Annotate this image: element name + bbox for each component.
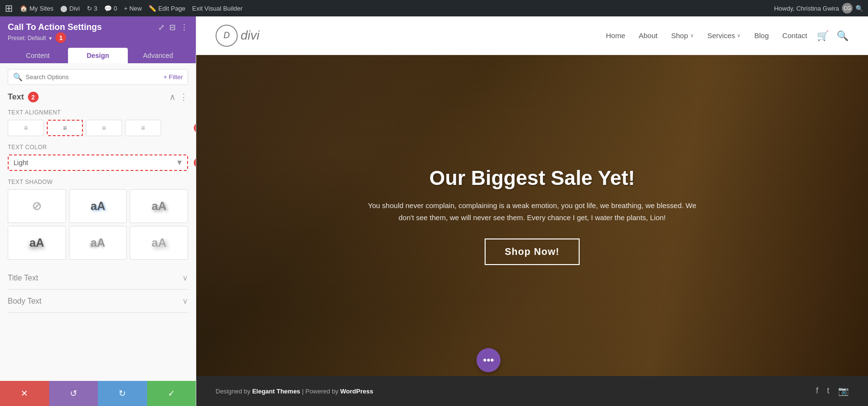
instagram-icon[interactable]: 📷 bbox=[838, 386, 849, 396]
section-menu-icon[interactable]: ⋮ bbox=[179, 92, 188, 102]
facebook-icon[interactable]: f bbox=[816, 386, 818, 396]
user-info: Howdy, Christina Gwira CG 🔍 bbox=[774, 3, 863, 14]
hero-body-text: You should never complain, complaining i… bbox=[364, 199, 701, 224]
text-section: Text 2 ∧ ⋮ Text Alignment ≡ ≡ ≡ ≡ bbox=[8, 92, 188, 260]
panel-header: Call To Action Settings ⤢ ⊟ ⋮ Preset: De… bbox=[0, 16, 196, 63]
badge-1: 1 bbox=[55, 32, 66, 43]
badge-4: 4 bbox=[194, 157, 196, 168]
divi-logo-icon: D bbox=[216, 25, 238, 47]
settings-panel: Call To Action Settings ⤢ ⊟ ⋮ Preset: De… bbox=[0, 16, 196, 406]
hero-title: Our Biggest Sale Yet! bbox=[364, 167, 701, 190]
my-sites-link[interactable]: 🏠 My Sites bbox=[20, 5, 54, 12]
search-bar: 🔍 + Filter bbox=[8, 69, 188, 85]
title-text-label: Title Text bbox=[8, 274, 38, 282]
nav-search-icon[interactable]: 🔍 bbox=[837, 30, 849, 42]
preset-label[interactable]: Preset: Default ▼ bbox=[8, 35, 53, 42]
comments-link[interactable]: 💬 0 bbox=[104, 5, 117, 12]
section-title-text: Text 2 bbox=[8, 92, 39, 102]
shadow-grid: ⊘ aA aA aA aA aA bbox=[8, 189, 188, 260]
new-link[interactable]: + New bbox=[124, 5, 142, 12]
twitter-icon[interactable]: t bbox=[827, 386, 829, 396]
alignment-options: ≡ ≡ ≡ ≡ bbox=[8, 120, 188, 136]
avatar: CG bbox=[842, 3, 853, 14]
panel-title-icons: ⤢ ⊟ ⋮ bbox=[158, 23, 188, 32]
edit-page-link[interactable]: ✏️ Edit Page bbox=[149, 5, 185, 12]
wp-icon[interactable]: ⊞ bbox=[5, 2, 13, 14]
exit-visual-builder-link[interactable]: Exit Visual Builder bbox=[192, 5, 243, 12]
expand-icon[interactable]: ⤢ bbox=[158, 23, 164, 32]
redo-button[interactable]: ↻ bbox=[98, 381, 147, 406]
shadow-style-2-button[interactable]: aA bbox=[130, 189, 188, 223]
right-content: D divi Home About Shop ∨ Services ∨ Blog… bbox=[196, 16, 868, 406]
shadow-style-5-button[interactable]: aA bbox=[130, 226, 188, 260]
title-text-chevron-icon: ∨ bbox=[182, 273, 188, 282]
nav-home[interactable]: Home bbox=[606, 31, 625, 40]
search-options-input[interactable] bbox=[26, 73, 161, 81]
title-text-section: Title Text ∨ bbox=[8, 266, 188, 290]
nav-shop[interactable]: Shop ∨ bbox=[671, 31, 694, 40]
align-right-button[interactable]: ≡ bbox=[86, 120, 122, 136]
panel-footer: ✕ ↺ ↻ ✓ bbox=[0, 381, 196, 406]
divi-nav: D divi Home About Shop ∨ Services ∨ Blog… bbox=[196, 16, 868, 55]
search-icon: 🔍 bbox=[13, 72, 23, 82]
divi-menu: Home About Shop ∨ Services ∨ Blog Contac… bbox=[606, 31, 807, 40]
panel-title: Call To Action Settings bbox=[8, 22, 102, 32]
shop-now-button[interactable]: Shop Now! bbox=[485, 238, 580, 265]
text-color-label: Text Color bbox=[8, 144, 188, 151]
tab-advanced[interactable]: Advanced bbox=[128, 48, 188, 63]
badge-3: 3 bbox=[194, 123, 196, 133]
cancel-button[interactable]: ✕ bbox=[0, 381, 49, 406]
body-text-section: Body Text ∨ bbox=[8, 290, 188, 313]
undo-button[interactable]: ↺ bbox=[49, 381, 98, 406]
columns-icon[interactable]: ⊟ bbox=[169, 23, 176, 32]
align-justify-button[interactable]: ≡ bbox=[125, 120, 161, 136]
hero-content: Our Biggest Sale Yet! You should never c… bbox=[364, 167, 701, 265]
footer-socials: f t 📷 bbox=[816, 386, 849, 396]
title-text-header[interactable]: Title Text ∨ bbox=[8, 273, 188, 282]
badge-2: 2 bbox=[28, 92, 39, 102]
body-text-header[interactable]: Body Text ∨ bbox=[8, 296, 188, 306]
shadow-style-4-button[interactable]: aA bbox=[69, 226, 127, 260]
site-footer: Designed by Elegant Themes | Powered by … bbox=[196, 376, 868, 406]
footer-credit: Designed by Elegant Themes | Powered by … bbox=[216, 388, 373, 395]
nav-blog[interactable]: Blog bbox=[754, 31, 769, 40]
more-icon[interactable]: ⋮ bbox=[180, 23, 188, 32]
elegant-themes-link[interactable]: Elegant Themes bbox=[252, 388, 300, 395]
divi-logo-text: divi bbox=[241, 28, 259, 43]
shadow-style-3-button[interactable]: aA bbox=[8, 226, 66, 260]
alignment-label: Text Alignment bbox=[8, 109, 188, 116]
align-center-button[interactable]: ≡ bbox=[47, 120, 83, 136]
body-text-label: Body Text bbox=[8, 297, 41, 306]
nav-services[interactable]: Services ∨ bbox=[707, 31, 741, 40]
divi-link[interactable]: ⬤ Divi bbox=[60, 5, 80, 12]
search-icon[interactable]: 🔍 bbox=[855, 5, 863, 12]
divi-logo: D divi bbox=[216, 25, 259, 47]
tab-design[interactable]: Design bbox=[68, 48, 128, 63]
nav-about[interactable]: About bbox=[638, 31, 657, 40]
filter-button[interactable]: + Filter bbox=[163, 73, 183, 81]
shadow-none-button[interactable]: ⊘ bbox=[8, 189, 66, 223]
save-button[interactable]: ✓ bbox=[147, 381, 196, 406]
text-shadow-label: Text Shadow bbox=[8, 179, 188, 185]
shadow-style-1-button[interactable]: aA bbox=[69, 189, 127, 223]
align-left-button[interactable]: ≡ bbox=[8, 120, 44, 136]
hero-section: Our Biggest Sale Yet! You should never c… bbox=[196, 55, 868, 376]
fab-button[interactable]: ••• bbox=[476, 348, 501, 372]
updates-link[interactable]: ↻ 3 bbox=[87, 5, 97, 12]
tab-content[interactable]: Content bbox=[8, 48, 68, 63]
text-color-select[interactable]: Light Dark bbox=[8, 154, 188, 171]
wp-admin-bar: ⊞ 🏠 My Sites ⬤ Divi ↻ 3 💬 0 + New ✏️ Edi… bbox=[0, 0, 868, 16]
wordpress-link[interactable]: WordPress bbox=[340, 388, 373, 395]
fab-icon: ••• bbox=[483, 354, 494, 366]
cart-icon[interactable]: 🛒 bbox=[817, 30, 829, 42]
panel-body: 🔍 + Filter Text 2 ∧ ⋮ Text Align bbox=[0, 63, 196, 381]
nav-contact[interactable]: Contact bbox=[782, 31, 807, 40]
body-text-chevron-icon: ∨ bbox=[182, 296, 188, 306]
collapse-icon[interactable]: ∧ bbox=[169, 92, 176, 102]
